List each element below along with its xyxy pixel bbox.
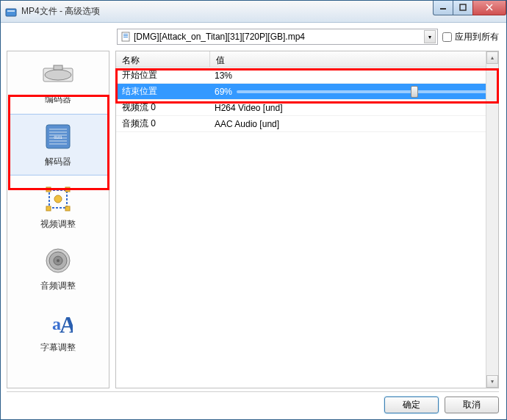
category-sidebar: 编码器 0101 解码器 视频调整 音频调整 <box>7 51 109 388</box>
sidebar-label: 编码器 <box>45 93 71 106</box>
svg-rect-3 <box>460 4 466 10</box>
table-header: 名称 值 <box>116 51 498 68</box>
svg-rect-24 <box>46 206 51 211</box>
slider-thumb[interactable] <box>411 86 418 98</box>
sidebar-label: 解码器 <box>45 156 71 168</box>
column-header-value[interactable]: 值 <box>210 51 498 67</box>
audio-adjust-icon <box>40 246 76 275</box>
cell-name: 开始位置 <box>116 69 210 82</box>
properties-panel: 名称 值 开始位置13%结束位置69%视频流 0H264 Video [und]… <box>115 51 499 388</box>
chevron-down-icon[interactable]: ▾ <box>424 30 436 43</box>
subtitle-adjust-icon: aA <box>40 308 76 337</box>
sidebar-item-video[interactable]: 视频调整 <box>7 176 109 238</box>
table-row[interactable]: 开始位置13% <box>116 68 498 84</box>
svg-rect-23 <box>65 187 70 192</box>
sidebar-item-encoder[interactable]: 编码器 <box>7 51 109 113</box>
svg-rect-9 <box>123 37 128 37</box>
sidebar-label: 音频调整 <box>40 280 76 292</box>
svg-text:A: A <box>60 311 73 337</box>
dialog-window: MP4文件 - 高级选项 [DMG][Attack_on_Titan][31][… <box>0 0 507 420</box>
table-row[interactable]: 视频流 0H264 Video [und] <box>116 100 498 116</box>
svg-rect-0 <box>6 9 16 16</box>
cell-name: 音频流 0 <box>116 117 210 130</box>
window-title: MP4文件 - 高级选项 <box>21 5 434 18</box>
decoder-icon: 0101 <box>40 122 76 151</box>
svg-point-11 <box>45 70 71 80</box>
cell-value: H264 Video [und] <box>210 103 498 113</box>
cancel-button[interactable]: 取消 <box>445 397 499 413</box>
cell-value: AAC Audio [und] <box>210 119 498 129</box>
slider[interactable] <box>237 90 494 93</box>
svg-rect-8 <box>123 35 128 36</box>
svg-text:0101: 0101 <box>54 135 62 140</box>
svg-rect-22 <box>46 187 51 192</box>
svg-rect-25 <box>65 206 70 211</box>
apply-all-label: 应用到所有 <box>455 31 499 43</box>
svg-rect-7 <box>123 34 128 35</box>
sidebar-item-subtitle[interactable]: aA 字幕调整 <box>7 300 109 361</box>
sidebar-label: 字幕调整 <box>40 341 76 354</box>
svg-rect-12 <box>54 65 62 70</box>
apply-all-checkbox[interactable]: 应用到所有 <box>442 31 499 43</box>
file-name-text: [DMG][Attack_on_Titan][31][720P][GB].mp4 <box>134 32 424 42</box>
sidebar-label: 视频调整 <box>40 218 76 231</box>
value-text: H264 Video [und] <box>215 103 283 113</box>
window-controls <box>434 1 506 15</box>
file-select-dropdown[interactable]: [DMG][Attack_on_Titan][31][720P][GB].mp4… <box>117 29 438 45</box>
table-row[interactable]: 音频流 0AAC Audio [und] <box>116 116 498 132</box>
close-button[interactable] <box>472 1 506 15</box>
maximize-button[interactable] <box>453 1 473 15</box>
svg-rect-1 <box>7 10 15 12</box>
table-row[interactable]: 结束位置69% <box>116 84 498 100</box>
cell-value: 69% <box>210 87 498 97</box>
file-icon <box>121 32 131 42</box>
svg-point-26 <box>54 195 62 203</box>
table-body: 开始位置13%结束位置69%视频流 0H264 Video [und]音频流 0… <box>116 68 498 132</box>
svg-point-30 <box>57 259 60 262</box>
cell-name: 结束位置 <box>116 85 210 98</box>
dialog-buttons: 确定 取消 <box>7 391 499 413</box>
ok-button[interactable]: 确定 <box>384 397 439 413</box>
value-text: 13% <box>215 70 232 81</box>
value-text: 69% <box>215 87 232 97</box>
sidebar-item-decoder[interactable]: 0101 解码器 <box>8 114 108 175</box>
cell-name: 视频流 0 <box>116 101 210 114</box>
video-adjust-icon <box>40 184 76 214</box>
app-icon <box>5 6 17 18</box>
apply-all-input[interactable] <box>442 32 452 42</box>
titlebar[interactable]: MP4文件 - 高级选项 <box>1 1 506 23</box>
sidebar-item-audio[interactable]: 音频调整 <box>7 238 109 300</box>
column-header-name[interactable]: 名称 <box>116 51 210 67</box>
value-text: AAC Audio [und] <box>215 119 279 129</box>
minimize-button[interactable] <box>433 1 453 15</box>
scroll-down-arrow[interactable]: ▾ <box>486 375 498 388</box>
scroll-up-arrow[interactable]: ▴ <box>486 51 498 64</box>
cell-value: 13% <box>210 70 498 81</box>
encoder-icon <box>40 59 76 89</box>
vertical-scrollbar[interactable]: ▴ ▾ <box>486 51 498 388</box>
